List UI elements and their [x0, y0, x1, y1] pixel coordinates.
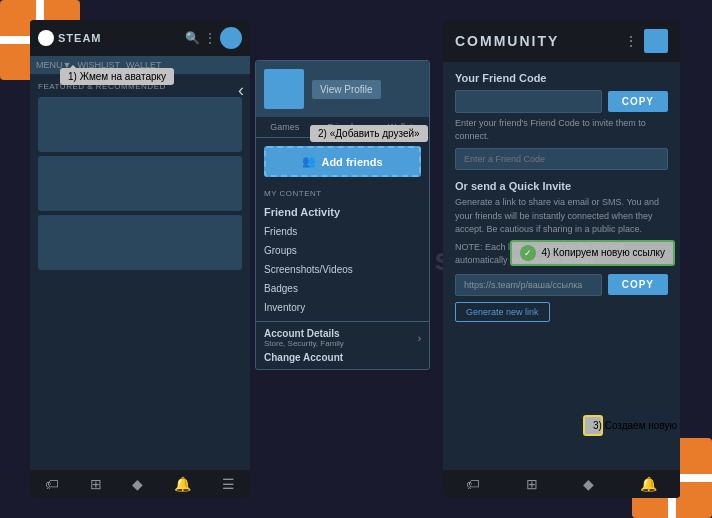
add-friends-button[interactable]: 👥 Add friends: [264, 146, 421, 177]
generate-new-link-button[interactable]: Generate new link: [455, 302, 550, 322]
my-content-label: MY CONTENT: [264, 189, 421, 198]
game-cards: [38, 97, 242, 270]
community-content: Your Friend Code COPY Enter your friend'…: [443, 62, 680, 332]
badges-item[interactable]: Badges: [264, 279, 421, 298]
copy-button-1[interactable]: COPY: [608, 91, 668, 112]
tab-games[interactable]: Games: [256, 117, 314, 137]
friend-code-row: COPY: [455, 90, 668, 113]
step4-label: 4) Копируем новую ссылку: [541, 247, 665, 258]
community-grid-icon[interactable]: ⊞: [526, 476, 538, 492]
community-header-right: ⋮: [624, 29, 668, 53]
add-friends-label: Add friends: [321, 156, 382, 168]
community-tag-icon[interactable]: 🏷: [466, 476, 480, 492]
profile-header: View Profile: [256, 61, 429, 117]
account-section: Account Details Store, Security, Family …: [256, 321, 429, 369]
community-diamond-icon[interactable]: ◆: [583, 476, 594, 492]
friend-code-section: Your Friend Code COPY Enter your friend'…: [455, 72, 668, 170]
link-url-input[interactable]: [455, 274, 602, 296]
profile-dropdown: View Profile Games Friends Wallet 👥 Add …: [255, 60, 430, 370]
search-icon[interactable]: 🔍: [185, 31, 200, 45]
diamond-icon[interactable]: ◆: [132, 476, 143, 492]
tag-icon[interactable]: 🏷: [45, 476, 59, 492]
invite-desc: Enter your friend's Friend Code to invit…: [455, 117, 668, 142]
quick-invite-desc: Generate a link to share via email or SM…: [455, 196, 668, 237]
friend-code-input[interactable]: [455, 90, 602, 113]
community-bell-icon[interactable]: 🔔: [640, 476, 657, 492]
game-card-3[interactable]: [38, 215, 242, 270]
steam-header: STEAM 🔍 ⋮: [30, 20, 250, 56]
friend-activity-item[interactable]: Friend Activity: [264, 202, 421, 222]
steam-client-panel: STEAM 🔍 ⋮ 1) Жмем на аватарку MENU▼ WISH…: [30, 20, 250, 498]
community-menu-icon[interactable]: ⋮: [624, 33, 638, 49]
add-friends-icon: 👥: [302, 155, 316, 168]
step3-tooltip: 3) Создаем новую ссылку: [583, 415, 603, 436]
back-arrow-icon[interactable]: ‹: [238, 80, 244, 101]
friends-item[interactable]: Friends: [264, 222, 421, 241]
left-content: FEATURED & RECOMMENDED: [30, 74, 250, 278]
steam-label: STEAM: [58, 32, 102, 44]
checkmark-icon: ✓: [520, 245, 536, 261]
community-avatar[interactable]: [644, 29, 668, 53]
grid-icon[interactable]: ⊞: [90, 476, 102, 492]
menu-icon[interactable]: ☰: [222, 476, 235, 492]
profile-dropdown-panel: ‹ 2) «Добавить друзей» View Profile Game…: [250, 20, 435, 498]
link-row: COPY: [455, 274, 668, 296]
more-icon[interactable]: ⋮: [204, 31, 216, 45]
enter-friend-code-input[interactable]: [455, 148, 668, 170]
bell-icon[interactable]: 🔔: [174, 476, 191, 492]
community-panel: COMMUNITY ⋮ Your Friend Code COPY Enter …: [443, 20, 680, 498]
left-bottom-nav: 🏷 ⊞ ◆ 🔔 ☰: [30, 470, 250, 498]
profile-avatar: [264, 69, 304, 109]
my-content-section: MY CONTENT Friend Activity Friends Group…: [256, 185, 429, 321]
groups-item[interactable]: Groups: [264, 241, 421, 260]
main-container: STEAM 🔍 ⋮ 1) Жмем на аватарку MENU▼ WISH…: [30, 20, 680, 498]
account-details-sub: Store, Security, Family: [264, 339, 344, 348]
game-card-2[interactable]: [38, 156, 242, 211]
inventory-item[interactable]: Inventory: [264, 298, 421, 317]
step1-tooltip: 1) Жмем на аватарку: [60, 68, 174, 85]
community-header: COMMUNITY ⋮: [443, 20, 680, 62]
account-details-item[interactable]: Account Details Store, Security, Family …: [264, 328, 421, 348]
game-card-1[interactable]: [38, 97, 242, 152]
step4-tooltip: ✓ 4) Копируем новую ссылку: [510, 240, 675, 266]
user-avatar[interactable]: [220, 27, 242, 49]
screenshots-item[interactable]: Screenshots/Videos: [264, 260, 421, 279]
header-icons: 🔍 ⋮: [185, 27, 242, 49]
quick-invite-title: Or send a Quick Invite: [455, 180, 668, 192]
step2-tooltip: 2) «Добавить друзей»: [310, 125, 428, 142]
copy-button-2[interactable]: COPY: [608, 274, 668, 295]
view-profile-button[interactable]: View Profile: [312, 80, 381, 99]
steam-icon: [38, 30, 54, 46]
chevron-right-icon: ›: [418, 333, 421, 344]
steam-logo: STEAM: [38, 30, 102, 46]
account-details-label: Account Details: [264, 328, 344, 339]
friend-code-label: Your Friend Code: [455, 72, 668, 84]
community-title: COMMUNITY: [455, 33, 559, 49]
change-account-item[interactable]: Change Account: [264, 352, 421, 363]
community-bottom-nav: 🏷 ⊞ ◆ 🔔: [443, 470, 680, 498]
